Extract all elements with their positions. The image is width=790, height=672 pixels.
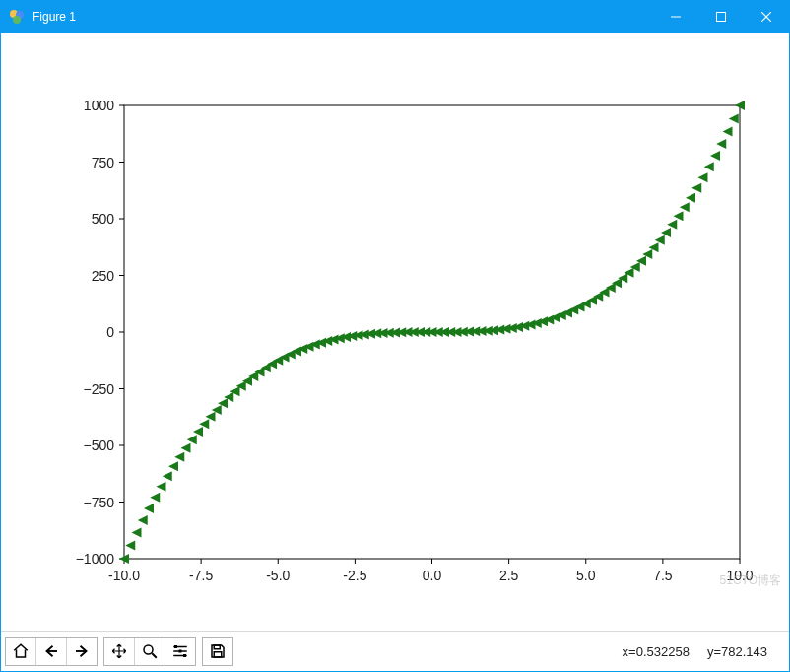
data-marker bbox=[193, 426, 203, 436]
svg-line-8 bbox=[152, 653, 157, 658]
zoom-button[interactable] bbox=[134, 638, 165, 665]
y-tick-label: −750 bbox=[83, 494, 114, 509]
x-tick-label: -5.0 bbox=[266, 568, 290, 583]
svg-point-7 bbox=[144, 645, 153, 654]
y-tick-label: 0 bbox=[106, 324, 114, 340]
data-marker bbox=[163, 471, 172, 481]
data-marker bbox=[150, 492, 160, 502]
y-tick-label: 250 bbox=[92, 267, 115, 283]
data-marker bbox=[680, 202, 690, 212]
watermark: 51CTO博客 bbox=[720, 572, 781, 589]
data-marker bbox=[125, 540, 135, 550]
data-marker bbox=[686, 192, 695, 202]
data-marker bbox=[138, 515, 148, 525]
x-tick-label: -7.5 bbox=[189, 568, 213, 583]
plot-wrap: -10.0-7.5-5.0-2.50.02.55.07.510.0−1000−7… bbox=[1, 33, 789, 631]
cursor-y-value: 782.143 bbox=[721, 644, 767, 659]
y-tick-label: 500 bbox=[92, 211, 115, 227]
svg-rect-12 bbox=[174, 645, 177, 648]
cursor-x-value: 0.532258 bbox=[636, 644, 690, 659]
cursor-x-label: x= bbox=[623, 644, 636, 659]
data-marker bbox=[698, 172, 708, 182]
svg-rect-4 bbox=[717, 13, 726, 22]
data-marker bbox=[132, 527, 142, 537]
data-marker bbox=[174, 451, 184, 461]
svg-point-2 bbox=[13, 16, 21, 24]
cursor-y: y=782.143 bbox=[707, 644, 767, 659]
back-button[interactable] bbox=[35, 638, 66, 665]
save-button[interactable] bbox=[203, 638, 232, 665]
cursor-y-label: y= bbox=[707, 644, 721, 659]
data-marker bbox=[199, 419, 209, 429]
toolbar: x=0.532258 y=782.143 bbox=[1, 631, 789, 671]
file-group bbox=[202, 637, 233, 666]
data-marker bbox=[691, 182, 701, 192]
window: Figure 1 -10.0-7.5-5.0-2.50.02.55.07.510… bbox=[0, 0, 790, 672]
cursor-x: x=0.532258 bbox=[623, 644, 690, 659]
data-marker bbox=[710, 150, 720, 160]
titlebar[interactable]: Figure 1 bbox=[1, 1, 789, 33]
data-marker bbox=[716, 138, 726, 148]
y-tick-label: −250 bbox=[83, 380, 114, 396]
client-area: -10.0-7.5-5.0-2.50.02.55.07.510.0−1000−7… bbox=[1, 33, 789, 631]
pan-button[interactable] bbox=[104, 638, 134, 665]
forward-button[interactable] bbox=[66, 638, 97, 665]
chart[interactable]: -10.0-7.5-5.0-2.50.02.55.07.510.0−1000−7… bbox=[11, 46, 779, 618]
x-tick-label: -2.5 bbox=[343, 568, 366, 583]
svg-rect-16 bbox=[214, 652, 222, 657]
data-marker bbox=[144, 504, 154, 513]
minimize-button[interactable] bbox=[653, 1, 698, 33]
svg-rect-13 bbox=[179, 650, 182, 653]
y-tick-label: 1000 bbox=[84, 98, 114, 113]
data-marker bbox=[661, 228, 671, 237]
data-marker bbox=[168, 461, 178, 471]
x-tick-label: 0.0 bbox=[423, 568, 442, 583]
y-tick-label: 750 bbox=[92, 154, 115, 169]
y-tick-label: −1000 bbox=[76, 551, 115, 567]
x-tick-label: 5.0 bbox=[576, 568, 596, 583]
x-tick-label: -10.0 bbox=[108, 568, 140, 583]
data-marker bbox=[704, 162, 714, 171]
svg-rect-15 bbox=[214, 645, 220, 649]
home-button[interactable] bbox=[6, 638, 35, 665]
close-button[interactable] bbox=[744, 1, 789, 33]
nav-group bbox=[5, 637, 98, 666]
data-marker bbox=[674, 211, 684, 221]
window-title: Figure 1 bbox=[33, 10, 76, 24]
data-marker bbox=[181, 442, 191, 452]
data-marker bbox=[187, 435, 197, 444]
series-0 bbox=[119, 101, 745, 564]
maximize-button[interactable] bbox=[698, 1, 744, 33]
data-marker bbox=[157, 481, 166, 491]
subplots-button[interactable] bbox=[165, 638, 195, 665]
view-group bbox=[103, 637, 196, 666]
data-marker bbox=[729, 113, 739, 123]
y-tick-label: −500 bbox=[83, 437, 114, 453]
x-tick-label: 2.5 bbox=[499, 568, 519, 583]
data-marker bbox=[667, 219, 677, 229]
x-tick-label: 7.5 bbox=[653, 568, 673, 583]
data-marker bbox=[723, 126, 733, 136]
svg-rect-14 bbox=[183, 654, 186, 657]
app-icon bbox=[9, 9, 25, 25]
